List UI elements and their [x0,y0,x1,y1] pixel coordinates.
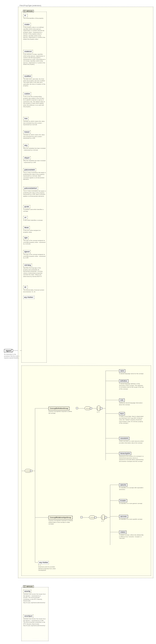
element-broader[interactable]: broader An identifier of a more generic … [119,499,142,504]
attr-label: whyuri [23,156,31,160]
collapse-icon[interactable]: - [94,516,96,518]
attr-why[interactable]: why Why the metadata has been included -… [23,144,46,151]
element-facet[interactable]: facet In NAR 1.8 and later, facet is dep… [119,412,144,424]
element-doc: Additional natural language information … [119,402,144,406]
attr-label: how [23,117,29,120]
collapse-icon[interactable]: - [80,516,83,518]
collapse-icon[interactable]: - [11,350,13,352]
multiplicity: 0..∞ [38,564,59,566]
attr-xmllang[interactable]: xml:lang Specifies the language of this … [23,264,46,277]
attributes-label: attributes [26,586,33,587]
attr-qcode[interactable]: qcode A qualified code which identifies … [23,205,46,212]
attr-typeuri[interactable]: typeuri The type of the concept assigned… [23,250,46,259]
element-signal-doc: An instruction to the processor that the… [4,354,20,359]
attr-literal[interactable]: literal A free-text value assigned as pr… [23,226,46,233]
collapse-icon[interactable]: - [105,516,107,518]
attr-doc: One or many constraints that apply to pu… [23,172,46,180]
attr-label: pubconstrainturi [23,187,38,190]
element-doc: A natural language definition of the sem… [119,383,144,390]
attr-label: modified [23,75,32,78]
attr-pubconstrainturi[interactable]: pubconstrainturi One or many constraints… [23,187,46,197]
attr-id[interactable]: id The local identifier of the property. [23,14,44,19]
attr-how[interactable]: how Indicates by which means the value w… [23,117,46,126]
attr-severityuri[interactable]: severityuri Indicates how severe the imp… [23,614,46,627]
attr-label: creator [23,23,31,26]
attr-doc: The type of the concept assigned as cont… [23,240,46,245]
group-conceptrelationships[interactable]: ConceptRelationshipsGroup A group of pro… [49,516,73,525]
attr-doc: Indicates how severe the impact from the… [23,618,46,627]
attr-creator[interactable]: creator If the property value is not def… [23,23,46,40]
element-label: related [119,531,126,534]
element-label: narrower [119,515,128,518]
collapse-icon[interactable]: - [90,407,92,410]
attr-label: why [23,144,29,147]
attr-label: type [23,236,29,239]
element-label: note [119,398,125,402]
group-doc: A group of properties required to indica… [49,520,73,525]
attr-doc: Indicates by which means the value was e… [23,134,46,139]
any-label: any ##other: [23,296,35,299]
attr-id-doc: The local identifier of the property. [23,18,44,19]
element-related[interactable]: related A related concept, where the rel… [119,531,144,540]
element-doc: A related concept, where the relationshi… [119,534,144,540]
element-remoteinfo[interactable]: remoteInfo A link to an item or a web re… [119,437,144,444]
attr-doc: A free-text value assigned as property v… [23,230,46,233]
element-doc: In NAR 1.8 and later, facet is deprecate… [119,416,144,424]
attr-uri[interactable]: uri A URI which identifies a concept. [23,216,43,221]
attr-label: howuri [23,130,31,134]
attr-doc: If the property value is not defined, sp… [23,26,46,40]
attr-label: severity [23,590,31,593]
element-hierarchyinfo[interactable]: hierarchyInfo Represents the position of… [119,452,144,462]
attr-dir[interactable]: dir The directionality of textual conten… [23,286,46,293]
extension-label: Flex1PropType (extension) [19,4,42,6]
element-doc: An identifier of a concept with equivale… [119,487,144,490]
attributes-tab: - attributes [23,10,34,12]
attr-label: uri [23,216,28,219]
element-doc: A natural language name for the concept. [119,373,144,375]
attr-type[interactable]: type The type of the concept assigned as… [23,236,46,245]
attributes-label: attributes [26,10,33,12]
attr-label: typeuri [23,250,31,253]
attr-doc: The date (and, optionally, the time) whe… [23,78,46,87]
group-conceptdefinition[interactable]: ConceptDefinitionGroup A group of proper… [49,407,73,414]
attr-doc: If set to true the corresponding propert… [23,96,46,108]
attr-creatoruri[interactable]: creatoruri If the attribute is empty, sp… [23,50,46,66]
attr-doc: A URI which identifies a concept. [23,220,43,221]
element-sameas[interactable]: sameAs An identifier of a concept with e… [119,484,144,490]
any-other-inner[interactable]: any ##other 0..∞ Extension point for pro… [38,561,59,571]
element-label: facet [119,412,125,415]
element-label: name [119,369,125,372]
attr-pubconstraint[interactable]: pubconstraint One or many constraints th… [23,168,46,180]
element-name[interactable]: name A natural language name for the con… [119,369,144,375]
inner-content-box [22,366,151,576]
attr-howuri[interactable]: howuri Indicates by which means the valu… [23,130,46,139]
diagram-canvas: signal An instruction to the processor t… [0,0,156,644]
element-narrower[interactable]: narrower An identifier of a more specifi… [119,515,143,520]
any-label: any ##other [38,561,49,564]
element-doc: An identifier of a more generic concept. [119,503,142,504]
collapse-icon[interactable]: - [100,407,102,410]
element-label: definition [119,380,128,382]
attr-any-other[interactable]: any ##other: [23,296,35,299]
attr-severity[interactable]: severity Indicates how severe the impact… [23,590,46,604]
attr-doc: Why the metadata has been included - exp… [23,160,46,163]
attr-label: qcode [23,205,30,208]
element-label: broader [119,499,127,502]
attr-label: literal [23,226,30,229]
attr-label: custom [23,92,31,95]
element-note[interactable]: note Additional natural language informa… [119,398,144,406]
collapse-icon[interactable]: - [76,407,78,409]
attr-whyuri[interactable]: whyuri Why the metadata has been include… [23,156,46,163]
attr-modified[interactable]: modified The date (and, optionally, the … [23,75,46,87]
element-doc: A link to an item or a web resource whic… [119,440,144,444]
attr-custom[interactable]: custom If set to true the corresponding … [23,92,46,108]
attr-label: xml:lang [23,264,32,267]
element-doc: Represents the position of a concept in … [119,456,144,462]
collapse-icon[interactable]: - [30,470,32,472]
attr-doc: The directionality of textual content (e… [23,289,46,293]
group-label: ConceptRelationshipsGroup [49,516,73,520]
element-label: signal [6,350,11,352]
element-definition[interactable]: definition A natural language definition… [119,380,144,390]
attr-doc: One or many constraints that apply to pu… [23,190,46,197]
attr-label: dir [23,286,28,289]
